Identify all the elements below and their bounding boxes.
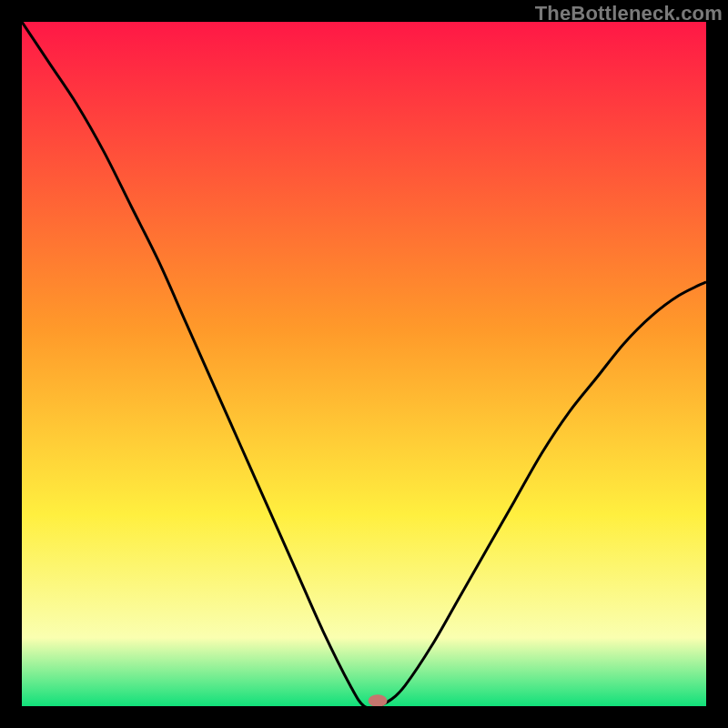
plot-area	[22, 22, 706, 706]
bottleneck-chart	[22, 22, 706, 706]
watermark-text: TheBottleneck.com	[535, 2, 723, 25]
gradient-background	[22, 22, 706, 706]
chart-frame: TheBottleneck.com	[0, 0, 728, 728]
